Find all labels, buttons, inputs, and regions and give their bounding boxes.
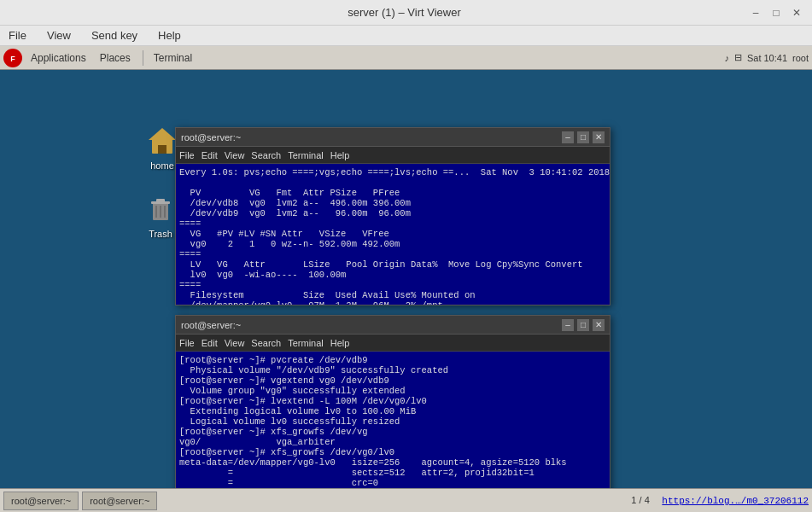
svg-marker-3 (149, 128, 176, 140)
terminal-1-maximize[interactable]: □ (577, 131, 589, 143)
home-icon (145, 123, 179, 157)
network-icon: ⊟ (734, 52, 742, 63)
page-indicator: 1 / 4 (631, 495, 649, 505)
terminal-1-titlebar: root@server:~ – □ ✕ (176, 128, 610, 147)
blog-url[interactable]: https://blog.…/m0_37206112 (662, 496, 809, 506)
terminal-1-close[interactable]: ✕ (593, 131, 605, 143)
inner-bottom-bar: root@server:~ root@server:~ 1 / 4 https:… (0, 488, 812, 512)
t2-menu-edit[interactable]: Edit (202, 338, 218, 348)
minimize-button[interactable]: – (749, 6, 762, 20)
terminal-tab-label[interactable]: Terminal (149, 50, 197, 66)
clock: Sat 10:41 (747, 53, 787, 63)
inner-taskbar: F Applications Places Terminal ♪ ⊟ Sat 1… (0, 46, 812, 70)
terminal-window-2: root@server:~ – □ ✕ File Edit View Searc… (175, 315, 610, 512)
t1-menu-search[interactable]: Search (251, 150, 281, 160)
t1-menu-help[interactable]: Help (330, 150, 350, 160)
blog-link[interactable]: 1 / 4 https://blog.…/m0_37206112 (631, 495, 809, 506)
svg-rect-4 (158, 145, 166, 154)
terminal-window-1: root@server:~ – □ ✕ File Edit View Searc… (175, 127, 610, 305)
trash-icon-label: Trash (149, 229, 172, 239)
terminal-1-controls: – □ ✕ (562, 131, 605, 143)
svg-text:F: F (10, 55, 15, 63)
t1-menu-view[interactable]: View (225, 150, 245, 160)
taskbar-task-1[interactable]: root@server:~ (3, 492, 79, 510)
terminal-2-close[interactable]: ✕ (593, 319, 605, 331)
inner-menu-places[interactable]: Places (95, 50, 136, 66)
terminal-1-title: root@server:~ (181, 132, 241, 143)
terminal-1-minimize[interactable]: – (562, 131, 574, 143)
distro-logo: F (3, 49, 22, 67)
terminal-1-content[interactable]: Every 1.0s: pvs;echo ====;vgs;echo ====;… (176, 164, 610, 305)
t2-menu-terminal[interactable]: Terminal (288, 338, 324, 348)
menu-bar: File View Send key Help (0, 26, 812, 46)
inner-taskbar-right: ♪ ⊟ Sat 10:41 root (724, 52, 809, 63)
window-title: server (1) – Virt Viewer (60, 6, 749, 19)
home-icon-label: home (150, 160, 174, 171)
terminal-2-controls: – □ ✕ (562, 319, 605, 331)
t2-menu-search[interactable]: Search (251, 338, 281, 348)
vm-screen: F Applications Places Terminal ♪ ⊟ Sat 1… (0, 46, 812, 512)
menu-view[interactable]: View (44, 27, 74, 44)
user-label: root (792, 53, 809, 63)
inner-menu-applications[interactable]: Applications (26, 50, 91, 66)
t2-menu-help[interactable]: Help (330, 338, 350, 348)
window-controls: – □ ✕ (749, 6, 803, 20)
t1-menu-file[interactable]: File (179, 150, 195, 160)
menu-help[interactable]: Help (155, 27, 184, 44)
t2-menu-file[interactable]: File (179, 338, 195, 348)
terminal-1-menu: File Edit View Search Terminal Help (176, 147, 610, 164)
sound-icon: ♪ (724, 53, 729, 63)
terminal-2-minimize[interactable]: – (562, 319, 574, 331)
menu-file[interactable]: File (5, 27, 30, 44)
t2-menu-view[interactable]: View (225, 338, 245, 348)
maximize-button[interactable]: □ (769, 6, 783, 20)
terminal-2-maximize[interactable]: □ (577, 319, 589, 331)
menu-sendkey[interactable]: Send key (88, 27, 141, 44)
svg-rect-7 (156, 199, 165, 202)
terminal-2-titlebar: root@server:~ – □ ✕ (176, 316, 610, 335)
terminal-2-menu: File Edit View Search Terminal Help (176, 335, 610, 352)
terminal-2-title: root@server:~ (181, 320, 241, 330)
close-button[interactable]: ✕ (790, 6, 803, 20)
title-bar: server (1) – Virt Viewer – □ ✕ (0, 0, 812, 26)
taskbar-task-2[interactable]: root@server:~ (82, 492, 157, 510)
trash-icon (143, 191, 178, 225)
t1-menu-edit[interactable]: Edit (202, 150, 218, 160)
t1-menu-terminal[interactable]: Terminal (288, 150, 324, 160)
